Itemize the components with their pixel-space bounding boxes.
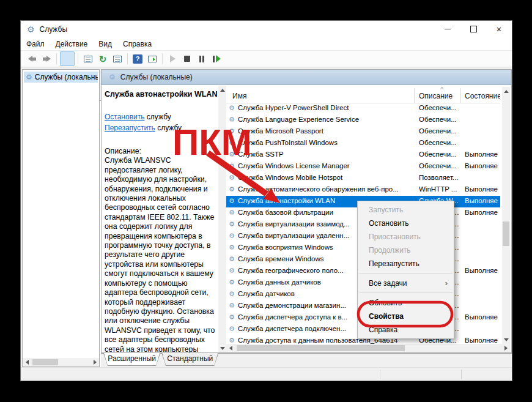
details-pane-header: ⚙ Службы (локальные): [102, 70, 511, 85]
service-row[interactable]: ⚙Служба Language Experience ServiceОбесп…: [226, 114, 500, 126]
forward-button[interactable]: [40, 52, 53, 65]
service-gear-icon: ⚙: [229, 326, 235, 332]
service-name: Служба Windows License Manager: [238, 162, 414, 169]
back-button[interactable]: [25, 52, 39, 65]
menu-separator: [359, 273, 453, 274]
scroll-down-icon[interactable]: [502, 335, 510, 344]
menu-file[interactable]: Файл: [21, 37, 50, 50]
context-menu-item-continue: Продолжить: [358, 244, 454, 257]
service-description: WinHTTP ...: [419, 185, 459, 193]
menu-bar: Файл Действие Вид Справка: [21, 37, 512, 50]
tree-horizontal-scrollbar[interactable]: [23, 358, 99, 367]
service-row[interactable]: ⚙Служба Windows Mobile HotspotПозволяет.…: [226, 173, 500, 184]
help-button[interactable]: ?: [131, 52, 144, 65]
column-header-status[interactable]: Состояние: [465, 92, 500, 100]
window-title: Службы: [40, 25, 67, 34]
column-divider[interactable]: [414, 88, 415, 103]
stop-service-link[interactable]: Остановить: [105, 113, 145, 121]
restart-icon: [213, 55, 221, 62]
column-header-name[interactable]: Имя: [232, 92, 246, 100]
list-horizontal-scrollbar[interactable]: [226, 344, 510, 352]
tree-item-services-local[interactable]: ⚙ Службы (локальные): [24, 72, 98, 83]
service-name: Служба Hyper-V PowerShell Direct: [238, 104, 414, 111]
scroll-up-icon[interactable]: [218, 86, 226, 94]
scroll-down-icon[interactable]: [218, 344, 226, 352]
service-description: Обеспечи...: [419, 116, 459, 123]
stop-service-button[interactable]: [180, 52, 194, 65]
context-menu-item-help[interactable]: Справка: [358, 323, 454, 337]
help-icon: ?: [133, 54, 142, 64]
service-row[interactable]: ⚙Служба SSTPОбеспечи...Выполняе: [226, 149, 500, 161]
context-menu-item-properties[interactable]: Свойства: [358, 310, 454, 323]
scroll-up-icon[interactable]: [502, 87, 510, 95]
stop-icon: [184, 56, 190, 62]
menu-separator: [359, 292, 453, 293]
status-bar: [21, 367, 512, 381]
column-header-description[interactable]: Описание: [419, 92, 453, 100]
title-bar: ⚙ Службы ×: [21, 21, 512, 37]
service-name: Служба SSTP: [238, 151, 414, 158]
refresh-button[interactable]: ↻: [96, 52, 109, 65]
minimize-button[interactable]: [435, 21, 460, 37]
properties-button[interactable]: [81, 52, 95, 65]
scrollbar-thumb[interactable]: [237, 345, 405, 351]
service-description: Обеспечи...: [419, 151, 459, 158]
service-row[interactable]: ⚙Служба Microsoft PassportОбеспечи...: [226, 126, 500, 138]
restart-service-button[interactable]: [210, 52, 223, 65]
scrollbar-thumb[interactable]: [32, 359, 58, 365]
menu-action[interactable]: Действие: [50, 37, 94, 50]
context-menu-item-restart[interactable]: Перезапустить: [358, 257, 454, 270]
properties-icon: [84, 56, 92, 62]
context-menu-item-start: Запустить: [358, 203, 454, 217]
extended-panel-scrollbar[interactable]: [218, 86, 226, 352]
service-description: Обеспечи...: [419, 127, 459, 135]
toolbar-separator: [78, 53, 78, 64]
menu-view[interactable]: Вид: [93, 37, 117, 50]
context-menu: ЗапуститьОстановитьПриостановитьПродолжи…: [357, 201, 454, 339]
details-pane-title: Службы (локальные): [120, 73, 193, 81]
show-action-pane-button[interactable]: [146, 52, 159, 65]
pause-icon: [199, 56, 204, 62]
pause-service-button[interactable]: [195, 52, 209, 65]
service-name: Служба Language Experience Service: [238, 116, 414, 123]
restart-service-line: Перезапустить службу: [105, 122, 218, 133]
service-gear-icon: ⚙: [229, 198, 235, 204]
scroll-right-icon[interactable]: [501, 344, 510, 352]
context-menu-item-stop[interactable]: Остановить: [358, 217, 454, 230]
minimize-icon: [445, 29, 451, 29]
tab-extended[interactable]: Расширенный: [103, 353, 160, 366]
service-description: Обеспечи...: [419, 104, 459, 111]
context-menu-item-all-tasks[interactable]: Все задачи›: [358, 277, 454, 290]
column-divider[interactable]: [460, 88, 461, 103]
close-button[interactable]: ×: [486, 21, 512, 37]
restart-service-link[interactable]: Перезапустить: [105, 124, 155, 132]
scroll-left-icon[interactable]: [23, 358, 31, 367]
context-menu-item-refresh[interactable]: Обновить: [358, 296, 454, 310]
maximize-button[interactable]: [460, 21, 486, 37]
toolbar: ↻ → ?: [21, 50, 512, 67]
scrollbar-thumb[interactable]: [503, 221, 509, 246]
service-description-block: Описание: Служба WLANSVC предоставляет л…: [105, 147, 217, 353]
tab-standard[interactable]: Стандартный: [161, 353, 218, 366]
status-bar-divider: [461, 370, 462, 379]
list-vertical-scrollbar[interactable]: [502, 87, 510, 344]
service-status: Выполняе: [465, 209, 500, 216]
services-gear-icon: ⚙: [109, 73, 116, 81]
service-status: Выполняе: [465, 197, 500, 204]
service-gear-icon: ⚙: [229, 279, 235, 286]
export-list-button[interactable]: →: [111, 52, 124, 65]
scroll-left-icon[interactable]: [226, 344, 235, 352]
scroll-right-icon[interactable]: [91, 358, 99, 367]
forward-icon: [43, 56, 51, 62]
start-service-button[interactable]: [166, 52, 179, 65]
service-row[interactable]: ⚙Служба Hyper-V PowerShell DirectОбеспеч…: [226, 103, 500, 114]
menu-help[interactable]: Справка: [117, 37, 157, 50]
service-row[interactable]: ⚙Служба PushToInstall WindowsОбеспечи...: [226, 138, 500, 149]
service-gear-icon: ⚙: [229, 302, 235, 309]
show-console-tree-button[interactable]: [60, 51, 75, 66]
service-gear-icon: ⚙: [229, 256, 235, 262]
service-row[interactable]: ⚙Служба автоматического обнаружения веб-…: [226, 184, 500, 196]
service-status: Выполняе: [465, 337, 500, 344]
submenu-arrow-icon: ›: [445, 277, 448, 290]
service-row[interactable]: ⚙Служба Windows License ManagerОбеспечи.…: [226, 161, 500, 173]
